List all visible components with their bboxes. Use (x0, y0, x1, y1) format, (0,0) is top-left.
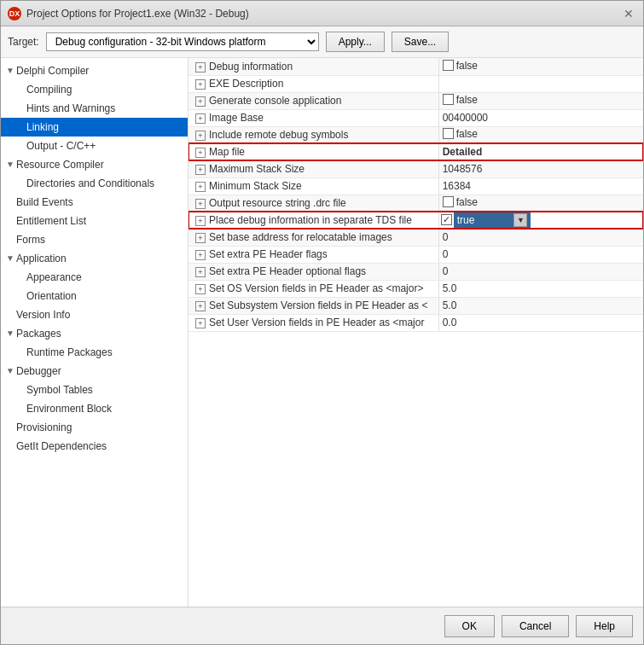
sidebar-item-packages[interactable]: ▼Packages (1, 324, 188, 343)
table-row[interactable]: +Set base address for relocatable images… (189, 229, 643, 246)
prop-name: Set extra PE Header flags (209, 248, 328, 260)
prop-value-text: false (456, 196, 478, 208)
expand-icon[interactable]: + (195, 62, 206, 73)
sidebar-item-symbol-tables[interactable]: Symbol Tables (1, 381, 188, 399)
expand-icon[interactable]: + (195, 96, 206, 107)
expand-icon[interactable]: + (195, 131, 206, 141)
prop-value-cell: 1048576 (438, 160, 643, 177)
expand-icon[interactable]: + (195, 267, 206, 277)
sidebar-item-directories-conditionals[interactable]: Directories and Conditionals (1, 174, 188, 193)
sidebar-item-entitlement-list[interactable]: Entitlement List (1, 212, 188, 230)
close-button[interactable]: ✕ (621, 6, 636, 21)
checkbox-icon[interactable] (443, 128, 454, 139)
dropdown-text: true (457, 214, 475, 226)
prop-value-cell[interactable]: ✓true▼ (439, 212, 531, 229)
expand-icon[interactable]: + (195, 284, 206, 294)
table-row[interactable]: +Minimum Stack Size16384 (189, 177, 643, 195)
sidebar-item-orientation[interactable]: Orientation (1, 287, 188, 305)
ok-button[interactable]: OK (444, 615, 495, 637)
prop-name: Set User Version fields in PE Header as … (209, 317, 424, 328)
sidebar-item-label: Output - C/C++ (26, 138, 96, 154)
checkbox-icon[interactable]: ✓ (441, 214, 452, 225)
checkbox-icon[interactable] (443, 196, 454, 207)
sidebar-item-provisioning[interactable]: Provisioning (1, 418, 188, 437)
tree-toggle-icon (15, 177, 26, 189)
table-row[interactable]: +Include remote debug symbolsfalse (189, 126, 643, 143)
sidebar-item-version-info[interactable]: Version Info (1, 305, 188, 324)
prop-name-cell: +Debug information (189, 58, 438, 75)
tree-toggle-icon (15, 271, 26, 283)
sidebar-item-linking[interactable]: Linking (1, 118, 188, 137)
expand-icon[interactable]: + (195, 318, 206, 328)
expand-icon[interactable]: + (195, 113, 206, 124)
table-row[interactable]: +Debug informationfalse (189, 58, 643, 75)
bottom-bar: OK Cancel Help (1, 607, 643, 644)
checkbox-icon[interactable] (443, 94, 454, 105)
help-button[interactable]: Help (576, 615, 633, 637)
target-dropdown[interactable]: Debug configuration - 32-bit Windows pla… (46, 32, 319, 51)
prop-name-cell: +Set OS Version fields in PE Header as <… (189, 280, 438, 297)
expand-icon[interactable]: + (195, 216, 206, 226)
sidebar-item-label: Symbol Tables (26, 382, 93, 398)
sidebar-item-resource-compiler[interactable]: ▼Resource Compiler (1, 155, 188, 174)
prop-value-cell: 5.0 (438, 280, 643, 297)
prop-value-text: 5.0 (443, 282, 457, 294)
tree-toggle-icon (4, 440, 16, 452)
table-row[interactable]: +Map fileDetailed (189, 143, 643, 160)
prop-value-text: false (456, 128, 478, 140)
expand-icon[interactable]: + (195, 199, 206, 209)
prop-name-cell: +Image Base (189, 109, 438, 126)
expand-icon[interactable]: + (195, 79, 206, 90)
expand-icon[interactable]: + (195, 148, 206, 158)
sidebar-item-debugger[interactable]: ▼Debugger (1, 362, 188, 381)
sidebar-item-label: Orientation (26, 288, 77, 304)
tree-toggle-icon (15, 290, 26, 302)
table-row[interactable]: +Generate console applicationfalse (189, 92, 643, 109)
prop-value-cell: false (438, 126, 643, 143)
tree-toggle-icon (15, 121, 26, 133)
window-title: Project Options for Project1.exe (Win32 … (26, 8, 249, 20)
table-row[interactable]: +Set OS Version fields in PE Header as <… (189, 280, 643, 297)
apply-button[interactable]: Apply... (326, 32, 385, 52)
checkbox-icon[interactable] (443, 60, 454, 71)
expand-icon[interactable]: + (195, 165, 206, 175)
sidebar-item-compiling[interactable]: Compiling (1, 80, 188, 99)
sidebar-item-getit-dependencies[interactable]: GetIt Dependencies (1, 437, 188, 456)
prop-value-text: 00400000 (443, 112, 488, 124)
app-icon: DX (8, 7, 21, 20)
table-row[interactable]: +Set extra PE Header optional flags0 (189, 263, 643, 280)
table-row[interactable]: +Place debug information in separate TDS… (189, 212, 643, 229)
expand-icon[interactable]: + (195, 233, 206, 243)
main-window: DX Project Options for Project1.exe (Win… (0, 0, 644, 645)
toolbar: Target: Debug configuration - 32-bit Win… (1, 26, 643, 58)
prop-value-cell: Detailed (438, 143, 643, 160)
prop-name: Image Base (209, 112, 264, 124)
tree-toggle-icon (4, 421, 16, 433)
table-row[interactable]: +Output resource string .drc filefalse (189, 195, 643, 212)
table-row[interactable]: +Set User Version fields in PE Header as… (189, 314, 643, 331)
expand-icon[interactable]: + (195, 301, 206, 311)
sidebar-item-delphi-compiler[interactable]: ▼Delphi Compiler (1, 61, 188, 80)
prop-value-cell: 00400000 (438, 109, 643, 126)
sidebar-item-application[interactable]: ▼Application (1, 249, 188, 268)
sidebar-item-runtime-packages[interactable]: Runtime Packages (1, 343, 188, 362)
expand-icon[interactable]: + (195, 250, 206, 260)
dropdown-value[interactable]: true▼ (454, 212, 531, 228)
expand-icon[interactable]: + (195, 182, 206, 192)
sidebar-item-environment-block[interactable]: Environment Block (1, 399, 188, 418)
table-row[interactable]: +Image Base00400000 (189, 109, 643, 126)
tree-toggle-icon: ▼ (4, 328, 16, 340)
table-row[interactable]: +Set Subsystem Version fields in PE Head… (189, 297, 643, 314)
prop-name: Include remote debug symbols (209, 129, 348, 141)
sidebar-item-forms[interactable]: Forms (1, 230, 188, 249)
sidebar-item-appearance[interactable]: Appearance (1, 268, 188, 287)
sidebar-item-output-cpp[interactable]: Output - C/C++ (1, 137, 188, 155)
cancel-button[interactable]: Cancel (502, 615, 569, 637)
sidebar-item-hints-warnings[interactable]: Hints and Warnings (1, 99, 188, 118)
table-row[interactable]: +EXE Description (189, 75, 643, 92)
save-button[interactable]: Save... (392, 32, 449, 52)
table-row[interactable]: +Set extra PE Header flags0 (189, 246, 643, 263)
table-row[interactable]: +Maximum Stack Size1048576 (189, 160, 643, 177)
sidebar-item-build-events[interactable]: Build Events (1, 193, 188, 212)
chevron-down-icon[interactable]: ▼ (513, 213, 527, 227)
